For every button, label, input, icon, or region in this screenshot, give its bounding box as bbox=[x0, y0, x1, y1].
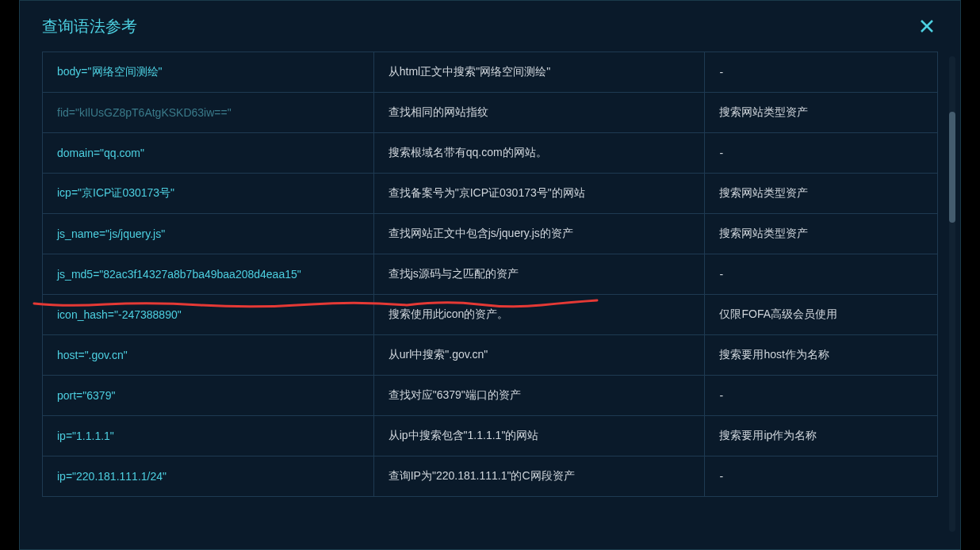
note-cell: - bbox=[705, 254, 938, 295]
note-cell: - bbox=[705, 456, 938, 497]
description-cell: 查找备案号为"京ICP证030173号"的网站 bbox=[373, 174, 705, 214]
table-row: host=".gov.cn"从url中搜索".gov.cn"搜索要用host作为… bbox=[43, 335, 938, 376]
table-row: ip="220.181.111.1/24"查询IP为"220.181.111.1… bbox=[43, 456, 938, 497]
note-cell: - bbox=[705, 52, 938, 93]
table-row: port="6379"查找对应"6379"端口的资产- bbox=[43, 376, 938, 416]
syntax-cell[interactable]: icp="京ICP证030173号" bbox=[43, 174, 374, 214]
syntax-cell[interactable]: fid="kIlUsGZ8pT6AtgKSKD63iw==" bbox=[43, 93, 374, 133]
table-row: domain="qq.com"搜索根域名带有qq.com的网站。- bbox=[43, 133, 938, 174]
table-container: body="网络空间测绘"从html正文中搜索"网络空间测绘"-fid="kIl… bbox=[20, 52, 960, 497]
table-row: js_md5="82ac3f14327a8b7ba49baa208d4eaa15… bbox=[43, 254, 938, 295]
note-cell: 搜索网站类型资产 bbox=[705, 174, 938, 214]
syntax-cell[interactable]: host=".gov.cn" bbox=[43, 335, 374, 376]
syntax-reference-modal: 查询语法参考 body="网络空间测绘"从html正文中搜索"网络空间测绘"-f… bbox=[19, 0, 961, 550]
syntax-cell[interactable]: port="6379" bbox=[43, 376, 374, 416]
note-cell: - bbox=[705, 376, 938, 416]
note-cell: 搜索网站类型资产 bbox=[705, 214, 938, 254]
syntax-cell[interactable]: icon_hash="-247388890" bbox=[43, 295, 374, 335]
table-row: icon_hash="-247388890"搜索使用此icon的资产。仅限FOF… bbox=[43, 295, 938, 335]
note-cell: 搜索网站类型资产 bbox=[705, 93, 938, 133]
description-cell: 从url中搜索".gov.cn" bbox=[373, 335, 705, 376]
description-cell: 搜索使用此icon的资产。 bbox=[373, 295, 705, 335]
syntax-cell[interactable]: js_md5="82ac3f14327a8b7ba49baa208d4eaa15… bbox=[43, 254, 374, 295]
table-row: js_name="js/jquery.js"查找网站正文中包含js/jquery… bbox=[43, 214, 938, 254]
note-cell: - bbox=[705, 133, 938, 174]
table-row: icp="京ICP证030173号"查找备案号为"京ICP证030173号"的网… bbox=[43, 174, 938, 214]
table-row: body="网络空间测绘"从html正文中搜索"网络空间测绘"- bbox=[43, 52, 938, 93]
note-cell: 搜索要用ip作为名称 bbox=[705, 416, 938, 456]
scrollbar-thumb[interactable] bbox=[949, 112, 955, 223]
table-row: ip="1.1.1.1"从ip中搜索包含"1.1.1.1"的网站搜索要用ip作为… bbox=[43, 416, 938, 456]
modal-header: 查询语法参考 bbox=[20, 1, 960, 52]
description-cell: 查找对应"6379"端口的资产 bbox=[373, 376, 705, 416]
description-cell: 查询IP为"220.181.111.1"的C网段资产 bbox=[373, 456, 705, 497]
description-cell: 从html正文中搜索"网络空间测绘" bbox=[373, 52, 705, 93]
syntax-cell[interactable]: domain="qq.com" bbox=[43, 133, 374, 174]
table-row: fid="kIlUsGZ8pT6AtgKSKD63iw=="查找相同的网站指纹搜… bbox=[43, 93, 938, 133]
modal-title: 查询语法参考 bbox=[42, 16, 137, 37]
syntax-table: body="网络空间测绘"从html正文中搜索"网络空间测绘"-fid="kIl… bbox=[42, 52, 938, 497]
close-button[interactable] bbox=[916, 15, 938, 37]
description-cell: 从ip中搜索包含"1.1.1.1"的网站 bbox=[373, 416, 705, 456]
syntax-cell[interactable]: ip="1.1.1.1" bbox=[43, 416, 374, 456]
syntax-cell[interactable]: body="网络空间测绘" bbox=[43, 52, 374, 93]
description-cell: 搜索根域名带有qq.com的网站。 bbox=[373, 133, 705, 174]
note-cell: 搜索要用host作为名称 bbox=[705, 335, 938, 376]
syntax-cell[interactable]: ip="220.181.111.1/24" bbox=[43, 456, 374, 497]
syntax-cell[interactable]: js_name="js/jquery.js" bbox=[43, 214, 374, 254]
description-cell: 查找网站正文中包含js/jquery.js的资产 bbox=[373, 214, 705, 254]
close-icon bbox=[919, 18, 935, 34]
description-cell: 查找相同的网站指纹 bbox=[373, 93, 705, 133]
note-cell: 仅限FOFA高级会员使用 bbox=[705, 295, 938, 335]
description-cell: 查找js源码与之匹配的资产 bbox=[373, 254, 705, 295]
